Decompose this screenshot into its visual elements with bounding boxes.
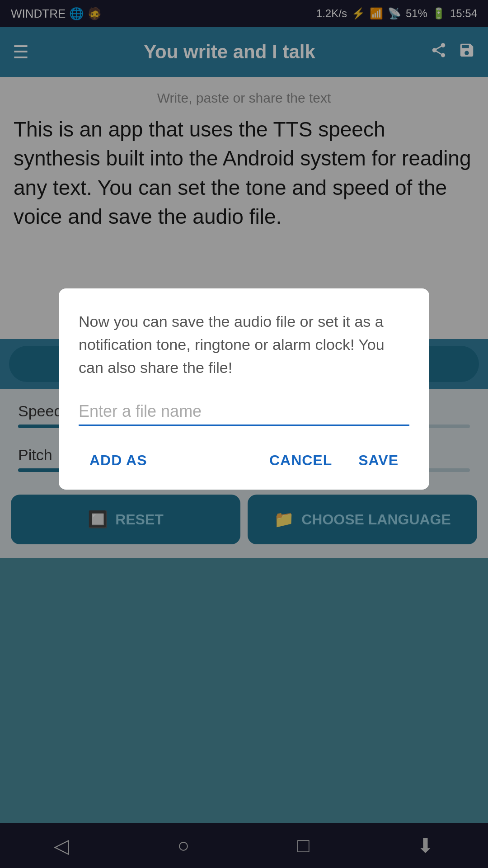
file-name-input[interactable]: [79, 402, 409, 421]
file-name-input-wrapper: [79, 402, 409, 426]
cancel-button[interactable]: CANCEL: [258, 448, 343, 473]
save-dialog: Now you can save the audio file or set i…: [59, 288, 429, 490]
dialog-actions: ADD AS CANCEL SAVE: [79, 448, 409, 473]
add-as-button[interactable]: ADD AS: [79, 448, 158, 473]
dialog-message: Now you can save the audio file or set i…: [79, 310, 409, 379]
dialog-overlay: Now you can save the audio file or set i…: [0, 0, 488, 868]
save-button[interactable]: SAVE: [347, 448, 409, 473]
